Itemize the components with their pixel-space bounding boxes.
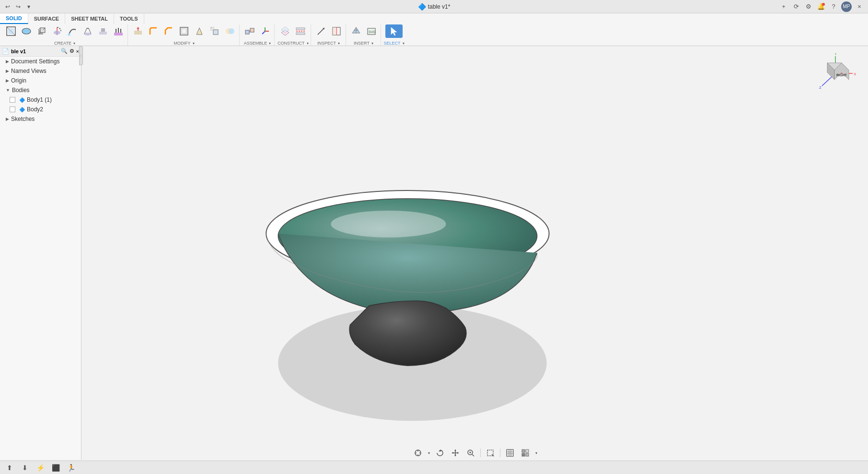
sketches-label: Sketches <box>11 116 35 122</box>
view-display-arrow[interactable]: ▾ <box>534 447 539 459</box>
construct-label: CONSTRUCT ▾ <box>278 41 309 46</box>
modify-buttons <box>131 24 237 38</box>
combine-button[interactable] <box>223 24 237 38</box>
toolbar: SOLID SURFACE SHEET METAL TOOLS <box>0 13 868 46</box>
sidebar-resize-handle[interactable]: ⋮ <box>79 46 83 65</box>
joint-origin-button[interactable] <box>258 24 272 38</box>
status-btn-2[interactable]: ⬇ <box>19 462 31 474</box>
web-button[interactable] <box>111 24 126 38</box>
svg-rect-92 <box>522 453 525 456</box>
measure-button[interactable] <box>314 24 328 38</box>
help-button[interactable]: ? <box>829 2 838 12</box>
group-insert: SVG INSERT ▾ <box>347 24 381 46</box>
body1-icon: 🔷 <box>19 97 25 103</box>
select-buttons <box>385 24 403 38</box>
user-avatar[interactable]: MP <box>841 1 852 12</box>
extrude-button[interactable] <box>35 24 49 38</box>
shell-button[interactable] <box>177 24 191 38</box>
expand-icon: ▶ <box>6 117 9 121</box>
search-icon: 🔍 <box>61 48 68 54</box>
sidebar-item-sketches[interactable]: ▶ Sketches <box>0 114 81 124</box>
sidebar-item-named-views[interactable]: ▶ Named Views <box>0 66 81 76</box>
loft-button[interactable] <box>81 24 95 38</box>
tab-solid[interactable]: SOLID <box>0 13 28 24</box>
nav-cube[interactable]: X Y Z RIGHT <box>815 53 856 94</box>
view-pan-button[interactable] <box>449 447 462 459</box>
tab-tools[interactable]: TOOLS <box>114 13 144 24</box>
add-tab-button[interactable]: + <box>779 2 788 12</box>
create-form-button[interactable] <box>19 24 34 38</box>
group-assemble: ASSEMBLE ▾ <box>241 24 275 46</box>
create-buttons <box>4 24 126 38</box>
press-pull-button[interactable] <box>131 24 145 38</box>
document-icon: 📄 <box>2 48 9 55</box>
svg-text:Z: Z <box>819 85 822 90</box>
svg-marker-78 <box>457 452 459 454</box>
undo-button[interactable]: ↩ <box>4 3 12 11</box>
offset-plane-button[interactable] <box>278 24 292 38</box>
status-bar: ⬆ ⬇ ⚡ ⬛ 🏃 <box>0 461 868 474</box>
sidebar-settings-button[interactable]: ⚙ <box>69 48 74 54</box>
sidebar-item-body2[interactable]: 🔷 Body2 <box>0 105 81 114</box>
status-btn-1[interactable]: ⬆ <box>4 462 15 474</box>
scale-button[interactable] <box>208 24 222 38</box>
view-fit-button[interactable] <box>411 447 425 459</box>
body1-visibility-toggle[interactable] <box>10 97 15 103</box>
inspect-buttons <box>314 24 344 38</box>
status-btn-3[interactable]: ⚡ <box>35 462 46 474</box>
create-arrow: ▾ <box>73 41 75 46</box>
rib-button[interactable] <box>96 24 110 38</box>
assemble-buttons <box>243 24 272 38</box>
new-sketch-button[interactable] <box>4 24 18 38</box>
group-inspect: INSPECT ▾ <box>312 24 346 46</box>
view-fit-arrow[interactable]: ▾ <box>427 447 431 459</box>
svg-rect-31 <box>245 30 249 34</box>
sweep-button[interactable] <box>65 24 80 38</box>
notification-button[interactable]: 🔔 <box>816 2 826 12</box>
svg-line-7 <box>38 28 40 30</box>
svg-text:SVG: SVG <box>369 30 376 34</box>
status-btn-4[interactable]: ⬛ <box>50 462 61 474</box>
viewport[interactable]: X Y Z RIGHT <box>81 46 868 460</box>
assemble-arrow: ▾ <box>269 41 271 46</box>
section-analysis-button[interactable] <box>329 24 344 38</box>
view-display-button[interactable] <box>519 447 532 459</box>
sidebar-item-body1[interactable]: 🔷 Body1 (1) <box>0 95 81 105</box>
svg-rect-91 <box>526 450 529 452</box>
status-btn-5[interactable]: 🏃 <box>65 462 77 474</box>
tab-surface[interactable]: SURFACE <box>28 13 66 24</box>
sidebar-item-origin[interactable]: ▶ Origin <box>0 76 81 85</box>
view-grid-button[interactable] <box>503 447 517 459</box>
view-zoom-window-button[interactable] <box>484 447 497 459</box>
select-tool-button[interactable] <box>385 24 403 38</box>
body2-visibility-toggle[interactable] <box>10 107 15 112</box>
svg-line-44 <box>318 34 319 35</box>
refresh-button[interactable]: ⟳ <box>791 2 801 12</box>
sidebar: 📄 ble v1 🔍 ⚙ × ▶ Document Settings ▶ Nam… <box>0 46 81 460</box>
insert-svg-button[interactable]: SVG <box>364 24 379 38</box>
redo-button[interactable]: ↪ <box>14 3 22 11</box>
svg-point-12 <box>84 33 91 36</box>
fillet-button[interactable] <box>146 24 161 38</box>
bottom-toolbar: ▾ ▾ <box>81 446 868 460</box>
bottom-sep-1 <box>480 449 481 457</box>
view-orbit-button[interactable] <box>433 447 447 459</box>
close-button[interactable]: × <box>855 2 864 12</box>
draft-button[interactable] <box>192 24 207 38</box>
sidebar-item-document-settings[interactable]: ▶ Document Settings <box>0 57 81 66</box>
view-zoom-button[interactable] <box>464 447 477 459</box>
insert-buttons: SVG <box>349 24 379 38</box>
insert-mesh-button[interactable] <box>349 24 363 38</box>
options-button[interactable]: ▾ <box>25 3 33 11</box>
chamfer-button[interactable] <box>162 24 176 38</box>
sidebar-section-bodies[interactable]: ▼ Bodies <box>0 85 81 95</box>
svg-line-46 <box>322 30 323 31</box>
tab-sheet-metal[interactable]: SHEET METAL <box>65 13 114 24</box>
svg-marker-25 <box>197 28 202 35</box>
revolve-button[interactable] <box>50 24 64 38</box>
joint-button[interactable] <box>243 24 257 38</box>
midplane-button[interactable] <box>293 24 308 38</box>
document-settings-label: Document Settings <box>11 58 59 65</box>
window-title: 🔷 table v1* <box>418 3 451 11</box>
settings-button[interactable]: ⚙ <box>804 2 813 12</box>
